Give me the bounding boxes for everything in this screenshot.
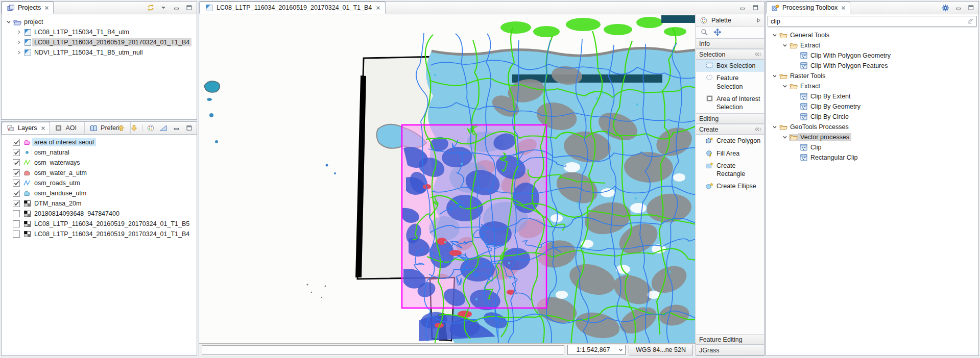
close-icon[interactable]: [376, 6, 380, 10]
gear-icon[interactable]: [941, 3, 950, 12]
layer-visibility-checkbox[interactable]: [13, 169, 20, 176]
transparency-icon[interactable]: [159, 123, 168, 133]
palette-section-header[interactable]: Feature Editing: [696, 334, 764, 345]
toolbox-tree-row[interactable]: General Tools: [768, 30, 977, 40]
project-tree-row[interactable]: LC08_L1TP_116034_20160519_20170324_01_T1…: [2, 37, 197, 47]
layer-row[interactable]: osm_waterways: [2, 158, 197, 168]
palette-tool-fill-area[interactable]: Fill Area: [696, 147, 764, 160]
fill-area-icon: [705, 149, 714, 157]
layers-panel-header: Layers AOI Preferiti: [2, 122, 197, 135]
style-palette-icon[interactable]: [146, 123, 155, 133]
layer-row[interactable]: osm_roads_utm: [2, 178, 197, 188]
create-rectangle-icon: [705, 162, 714, 169]
palette-tool-area-of-interest-selection[interactable]: Area of Interest Selection: [696, 93, 764, 114]
maximize-icon[interactable]: [184, 123, 194, 133]
layer-row[interactable]: osm_water_a_utm: [2, 168, 197, 178]
crs-label: WGS 84...ne 52N: [636, 346, 686, 353]
layer-row[interactable]: LC08_L1TP_116034_20160519_20170324_01_T1…: [2, 219, 197, 229]
tab-projects[interactable]: Projects: [2, 2, 54, 14]
toolbox-tree-row[interactable]: Extract: [768, 40, 977, 50]
layers-panel: Layers AOI Preferiti: [1, 121, 197, 356]
palette-section-header[interactable]: Selection: [696, 49, 764, 60]
toolbox-tree-row[interactable]: Extract: [768, 81, 977, 91]
layer-visibility-checkbox[interactable]: [13, 190, 20, 197]
palette-panel: Palette InfoSelectionBox SelectionFeatur…: [696, 14, 764, 355]
project-tree-row[interactable]: LC08_L1TP_115034_T1_B4_utm: [2, 27, 197, 37]
minimize-icon[interactable]: [172, 123, 181, 133]
tab-processing-toolbox[interactable]: Processing Toolbox: [766, 2, 850, 14]
layers-panel-tab[interactable]: AOI: [50, 122, 85, 134]
palette-section-header[interactable]: Info: [696, 38, 764, 49]
layer-visibility-checkbox[interactable]: [13, 159, 20, 166]
layer-row[interactable]: area of interest seoul: [2, 137, 197, 147]
palette-tool-feature-selection[interactable]: Feature Selection: [696, 72, 764, 93]
layer-row[interactable]: osm_landuse_utm: [2, 188, 197, 198]
palette-section-header[interactable]: Create: [696, 124, 764, 135]
layer-visibility-checkbox[interactable]: [13, 220, 20, 227]
toolbox-tree-row[interactable]: Clip By Circle: [768, 112, 977, 122]
toolbox-tree-row[interactable]: Clip: [768, 142, 977, 152]
toolbox-tree-row[interactable]: Clip By Extent: [768, 91, 977, 101]
layer-row[interactable]: DTM_nasa_20m: [2, 198, 197, 209]
folder-icon: [789, 83, 798, 90]
unpin-icon[interactable]: [754, 52, 761, 57]
pan-icon[interactable]: [713, 28, 722, 37]
layer-visibility-checkbox[interactable]: [13, 210, 20, 217]
close-icon[interactable]: [841, 6, 846, 10]
sym-raster: [22, 211, 32, 217]
layer-row[interactable]: LC08_L1TP_116034_20160519_20170324_01_T1…: [2, 229, 197, 239]
toolbox-tree-row[interactable]: Vector processes: [768, 132, 977, 142]
layer-visibility-checkbox[interactable]: [13, 149, 20, 156]
layers-panel-tab[interactable]: Layers: [2, 122, 50, 134]
project-tree-row[interactable]: NDVI_L1TP_115034_T1_B5_utm_null: [2, 47, 197, 58]
pin-right-icon[interactable]: [757, 18, 761, 23]
toolbox-tree-row[interactable]: GeoTools Processes: [768, 122, 977, 132]
palette-tool-create-rectangle[interactable]: Create Rectangle: [696, 160, 764, 181]
map-editor-tab[interactable]: LC08_L1TP_116034_20160519_20170324_01_T1…: [199, 2, 386, 14]
maximize-icon[interactable]: [751, 3, 760, 12]
map-icon: [23, 29, 32, 36]
layer-row[interactable]: 20180814093648_947847400: [2, 209, 197, 219]
move-up-icon[interactable]: [116, 123, 126, 133]
link-with-editor-icon[interactable]: [146, 3, 155, 12]
unpin-icon[interactable]: [754, 127, 761, 132]
layer-row[interactable]: osm_natural: [2, 147, 197, 158]
layers-tabbar: Layers AOI Preferiti: [2, 122, 113, 134]
toolbox-tree-row[interactable]: Rectangular Clip: [768, 152, 977, 163]
palette-tool-box-selection[interactable]: Box Selection: [696, 60, 764, 72]
toolbox-tree-row[interactable]: Clip With Polygon Geometry: [768, 50, 977, 61]
module-icon: [799, 144, 808, 151]
map-canvas[interactable]: [199, 14, 695, 343]
layer-visibility-checkbox[interactable]: [13, 200, 20, 207]
map-image: [199, 14, 695, 343]
view-menu-icon[interactable]: [159, 3, 168, 12]
palette-section-header[interactable]: Editing: [696, 113, 764, 124]
maximize-icon[interactable]: [184, 3, 194, 12]
palette-section-header[interactable]: JGrass: [696, 345, 764, 355]
chevron-down-icon[interactable]: [618, 348, 623, 352]
crs-button[interactable]: WGS 84...ne 52N: [629, 345, 693, 355]
layer-visibility-checkbox[interactable]: [13, 180, 20, 187]
toolbox-search-input[interactable]: [771, 18, 967, 25]
sym-raster: [22, 200, 32, 207]
layer-visibility-checkbox[interactable]: [13, 139, 20, 146]
maximize-icon[interactable]: [966, 3, 975, 12]
toolbox-tree-row[interactable]: Clip With Polygon Features: [768, 61, 977, 71]
toolbox-tree-row[interactable]: Raster Tools: [768, 71, 977, 81]
layers-toolbar: [113, 122, 197, 134]
close-icon[interactable]: [44, 6, 49, 10]
palette-tool-create-polygon[interactable]: Create Polygon: [696, 135, 764, 147]
layer-visibility-checkbox[interactable]: [13, 231, 20, 238]
eraser-icon[interactable]: [967, 18, 974, 24]
toolbox-tree-row[interactable]: Clip By Geometry: [768, 101, 977, 112]
zoom-icon[interactable]: [700, 28, 709, 37]
scale-combo[interactable]: 1:1,542,867: [567, 345, 626, 355]
minimize-icon[interactable]: [172, 3, 181, 12]
minimize-icon[interactable]: [737, 3, 747, 12]
close-icon[interactable]: [41, 126, 45, 131]
project-folder-icon: [13, 19, 22, 25]
move-down-icon[interactable]: [129, 123, 138, 133]
palette-tool-create-ellipse[interactable]: Create Ellipse: [696, 180, 764, 192]
minimize-icon[interactable]: [953, 3, 963, 12]
project-tree-row[interactable]: project: [2, 17, 197, 27]
